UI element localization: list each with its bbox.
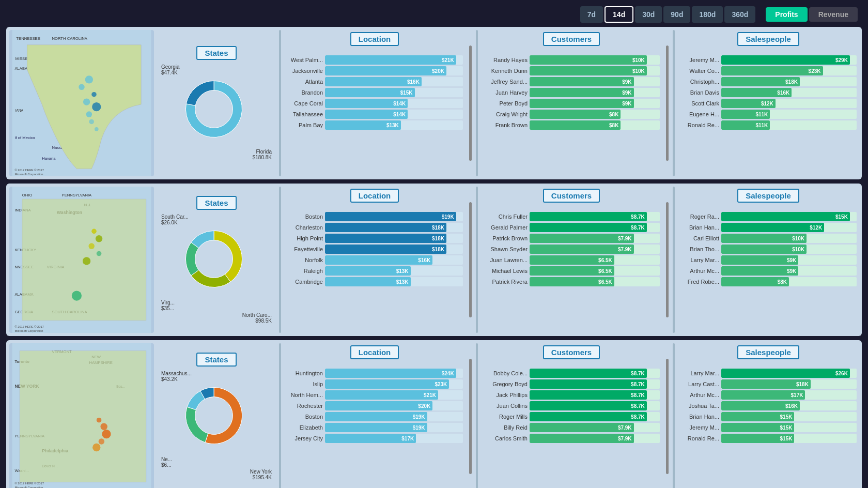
sales-bar-value: $29K: [835, 57, 848, 63]
cust-bar-label: Gerald Palmer: [481, 224, 528, 231]
location-bar-row-3-5: Elizabeth$19K: [284, 423, 463, 432]
sales-bar-label: Walter Co...: [678, 68, 719, 74]
bar-label: Tallahassee: [284, 111, 323, 117]
sales-bar-label: Christoph...: [678, 79, 719, 85]
svg-point-34: [96, 235, 102, 242]
cust-bar-value: $10K: [632, 57, 645, 63]
header-controls: 7d14d30d90d180d360d ProfitsRevenue: [580, 6, 858, 23]
svg-text:Microsoft Corporation: Microsoft Corporation: [14, 486, 43, 488]
svg-text:Havana: Havana: [42, 156, 56, 161]
location-bar-row-3-3: Rochester$20K: [284, 401, 463, 410]
cust-bar-value: $8.7K: [631, 382, 645, 387]
bar-value: $16K: [407, 79, 420, 85]
bar-label: Raleigh: [284, 268, 323, 274]
time-btn-180d[interactable]: 180d: [692, 6, 723, 23]
customer-bar-row-2-0: Chris Fuller$8.7K: [481, 212, 660, 221]
salesperson-bar-row-2-6: Fred Robe...$8K: [678, 277, 857, 286]
sales-bar-label: Arthur Mc...: [678, 268, 719, 274]
customer-bar-row-2-6: Patrick Rivera$6.5K: [481, 277, 660, 286]
customer-bar-row-1-5: Craig Wright$8K: [481, 110, 660, 119]
time-btn-90d[interactable]: 90d: [663, 6, 690, 23]
cust-bar-value: $9K: [622, 101, 631, 106]
customer-bar-row-1-0: Randy Hayes$10K: [481, 55, 660, 65]
svg-point-17: [89, 119, 94, 125]
customer-bar-row-2-4: Juan Lawren...$6.5K: [481, 255, 660, 265]
sales-bar-label: Eugene H...: [678, 111, 719, 117]
sales-bar-value: $11K: [755, 123, 768, 128]
divider: [673, 343, 675, 488]
svg-text:© 2017 HERE © 2017: © 2017 HERE © 2017: [14, 169, 43, 172]
scroll-indicator: [469, 45, 472, 161]
salesperson-bar-row-3-0: Larry Mar...$26K: [678, 369, 857, 378]
salesperson-bar-row-2-4: Larry Mar...$9K: [678, 255, 857, 265]
cust-bar-label: Patrick Rivera: [481, 279, 528, 285]
salesperson-bar-row-1-2: Christoph...$18K: [678, 77, 857, 86]
cust-bar-label: Roger Mills: [481, 414, 528, 420]
salesperson-bar-row-1-5: Eugene H...$11K: [678, 110, 857, 119]
bar-value: $15K: [400, 90, 413, 96]
cust-bar-value: $8.7K: [631, 225, 645, 231]
sales-bar-value: $16K: [785, 403, 798, 409]
time-btn-30d[interactable]: 30d: [635, 6, 662, 23]
svg-point-14: [83, 98, 90, 105]
customers-panel-3: CustomersBobby Cole...$8.7KGregory Boyd$…: [481, 343, 662, 488]
cust-bar-value: $6.5K: [598, 279, 612, 285]
customer-bar-row-1-2: Jeffrey Sand...$9K: [481, 77, 660, 86]
states-panel-1: StatesGeorgia $47.4KFlorida $180.8K: [157, 30, 276, 176]
customer-bar-row-3-6: Carlos Smith$7.9K: [481, 434, 660, 443]
bar-value: $21K: [424, 392, 436, 398]
bar-value: $17K: [401, 436, 414, 441]
location-bar-row-3-4: Boston$19K: [284, 412, 463, 421]
time-btn-7d[interactable]: 7d: [580, 6, 603, 23]
salesperson-bar-row-3-4: Brian Han...$15K: [678, 412, 857, 421]
salesperson-bar-row-2-0: Roger Ra...$15K: [678, 212, 857, 221]
row-2: OHIO PENNSYLVANIA INDIANA Washington N.J…: [6, 184, 862, 336]
map-panel-3: VERMONT Toronto NEW HAMPSHIRE NEW YORK B…: [9, 343, 154, 488]
scroll-indicator: [469, 202, 472, 317]
customer-bar-row-1-4: Peter Boyd$9K: [481, 99, 660, 108]
cust-bar-value: $8.7K: [631, 392, 645, 398]
sales-bar-value: $10K: [792, 247, 804, 252]
cust-bar-value: $7.9K: [618, 436, 632, 441]
dashboard: TENNESSEE NORTH CAROLINA MISSISSIPPI GEO…: [0, 27, 868, 488]
states-extra-label-3: Ne... $6...: [161, 456, 172, 468]
sales-bar-label: Brian Han...: [678, 414, 719, 420]
location-bar-row-1-5: Tallahassee$14K: [284, 110, 463, 119]
divider: [279, 343, 281, 488]
svg-point-36: [97, 251, 102, 256]
states-panel-2: StatesSouth Car... $26.0KVirg... $35...N…: [157, 187, 276, 333]
location-panel-3: LocationHuntington$24KIslip$23KNorth Hem…: [284, 343, 465, 488]
bar-label: Elizabeth: [284, 424, 323, 431]
bar-label: Brandon: [284, 89, 323, 96]
salesperson-bar-row-3-1: Larry Cast...$18K: [678, 379, 857, 389]
time-btn-14d[interactable]: 14d: [605, 6, 633, 23]
location-bar-row-1-3: Brandon$15K: [284, 88, 463, 97]
customer-bar-row-2-5: Michael Lewis$6.5K: [481, 266, 660, 276]
location-bar-row-3-1: Islip$23K: [284, 379, 463, 389]
bar-value: $18K: [432, 236, 444, 241]
salesperson-bar-row-3-5: Jeremy M...$15K: [678, 423, 857, 432]
sales-bar-label: Larry Mar...: [678, 370, 719, 376]
toggle-btn-profits[interactable]: Profits: [766, 7, 807, 22]
cust-bar-value: $7.9K: [618, 236, 632, 241]
bar-label: West Palm...: [284, 57, 323, 63]
time-btn-360d[interactable]: 360d: [724, 6, 755, 23]
sales-bar-value: $18K: [785, 79, 798, 85]
location-bar-row-2-3: Fayetteville$18K: [284, 245, 463, 254]
svg-point-54: [102, 430, 111, 438]
customers-panel-2: CustomersChris Fuller$8.7KGerald Palmer$…: [481, 187, 662, 333]
salespeople-title-1: Salespeople: [737, 32, 799, 46]
bar-label: Boston: [284, 414, 323, 420]
toggle-btn-revenue[interactable]: Revenue: [809, 7, 858, 22]
customer-bar-row-3-1: Gregory Boyd$8.7K: [481, 379, 660, 389]
bar-value: $13K: [396, 268, 409, 274]
divider: [279, 30, 281, 176]
states-top-label-2: South Car... $26.0K: [161, 214, 189, 225]
cust-bar-label: Bobby Cole...: [481, 370, 528, 376]
sales-bar-label: Ronald Re...: [678, 122, 719, 128]
states-extra-label-2: Virg... $35...: [161, 300, 175, 311]
sales-bar-label: Roger Ra...: [678, 213, 719, 220]
cust-bar-label: Shawn Snyder: [481, 246, 528, 252]
bar-value: $13K: [396, 279, 409, 285]
states-bottom-label-1: Florida $180.8K: [253, 149, 272, 160]
